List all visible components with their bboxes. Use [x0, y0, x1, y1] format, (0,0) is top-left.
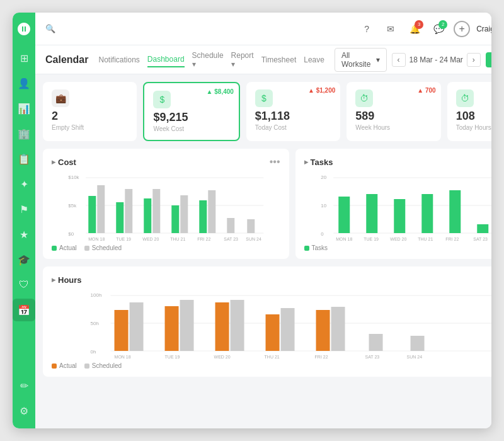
svg-text:20: 20 [321, 175, 326, 180]
help-icon[interactable]: ? [358, 20, 375, 38]
bell-icon[interactable]: 🔔 3 [406, 20, 423, 38]
hours-chart-legend: Actual Scheduled [52, 362, 491, 369]
nav-tabs: Notifications Dashboard Schedule ▾ Repor… [98, 49, 324, 71]
sidebar-item-grid[interactable]: ⊞ [13, 47, 35, 69]
tab-notifications[interactable]: Notifications [98, 53, 139, 67]
svg-text:MON 18: MON 18 [115, 355, 131, 359]
svg-text:0h: 0h [91, 349, 96, 355]
prev-date-button[interactable]: ‹ [392, 53, 406, 67]
bar-scheduled [152, 189, 160, 233]
header-controls: All Worksite ▾ ‹ 18 Mar - 24 Mar › +Acid… [335, 48, 491, 72]
svg-text:$0: $0 [68, 231, 74, 237]
svg-text:SAT 23: SAT 23 [224, 237, 238, 241]
legend-tasks-label: Tasks [312, 244, 328, 251]
bar-actual [115, 310, 129, 351]
worksite-select[interactable]: All Worksite ▾ [335, 48, 387, 72]
legend-dot-green [52, 246, 57, 251]
stat-today-cost: ▲ $1,200 $ $1,118 Today Cost [246, 82, 340, 141]
legend-actual: Actual [52, 244, 77, 251]
legend-dot-green [304, 246, 309, 251]
hours-chart-header: Hours ••• [52, 274, 491, 285]
stat-today-hours: ▲ 100 ⏱ 108 Today Hours [447, 82, 491, 141]
page-header: Calendar Notifications Dashboard Schedul… [35, 45, 491, 74]
legend-scheduled: Scheduled [84, 362, 122, 369]
legend-tasks: Tasks [304, 244, 328, 251]
next-date-button[interactable]: › [467, 53, 481, 67]
hours-chart-svg: 100h 50h 0h [52, 290, 491, 360]
tasks-chart-legend: Tasks [304, 244, 491, 251]
sidebar-item-building[interactable]: 🏢 [13, 122, 35, 145]
sidebar-item-grad[interactable]: 🎓 [13, 248, 35, 271]
svg-text:50h: 50h [91, 321, 99, 326]
search-box: 🔍 [45, 24, 55, 33]
mail-icon[interactable]: ✉ [382, 20, 399, 38]
svg-text:WED 20: WED 20 [214, 355, 231, 359]
sidebar-item-star[interactable]: ★ [13, 223, 35, 246]
notification-badge: 3 [415, 20, 423, 29]
legend-dot-gray [84, 246, 89, 251]
bar-actual [316, 310, 330, 351]
bar-scheduled [369, 334, 383, 351]
date-range: 18 Mar - 24 Mar [410, 55, 463, 64]
tab-dashboard[interactable]: Dashboard [147, 52, 185, 67]
svg-text:SAT 23: SAT 23 [473, 237, 488, 241]
svg-text:FRI 22: FRI 22 [197, 237, 210, 241]
stat-value: 108 [456, 110, 491, 123]
sidebar: ⊞ 👤 📊 🏢 📋 ✦ ⚑ ★ 🎓 🛡 📅 ✏ ⚙ [13, 13, 35, 428]
legend-dot-orange [52, 364, 57, 369]
svg-text:$10k: $10k [68, 175, 79, 180]
tab-report[interactable]: Report ▾ [231, 49, 254, 71]
sidebar-item-settings[interactable]: ⚙ [13, 399, 35, 422]
stat-label: Today Cost [255, 124, 331, 131]
sidebar-item-calendar[interactable]: 📅 [13, 299, 35, 321]
tab-leave[interactable]: Leave [304, 53, 324, 67]
bar-actual [266, 314, 280, 351]
bar-scheduled [208, 190, 215, 233]
sidebar-item-user[interactable]: 👤 [13, 72, 35, 94]
svg-text:TUE 19: TUE 19 [364, 237, 379, 241]
tab-timesheet[interactable]: Timesheet [261, 53, 297, 67]
svg-text:TUE 19: TUE 19 [116, 237, 131, 241]
topbar: 🔍 ? ✉ 🔔 3 💬 2 + Craig Wade 🧑 [35, 13, 491, 45]
stat-badge: ▲ $8,400 [207, 88, 234, 95]
cost-chart-area: $10k $5k $0 [52, 173, 280, 242]
tab-schedule[interactable]: Schedule ▾ [192, 49, 224, 71]
sidebar-item-shield[interactable]: 🛡 [13, 273, 35, 296]
stat-badge: ▲ $1,200 [308, 87, 335, 94]
clock-icon: ⏱ [456, 89, 474, 107]
hours-chart-card: Hours ••• 100h 50h 0h [43, 266, 491, 377]
bar-scheduled [227, 218, 234, 233]
sidebar-item-staroutline[interactable]: ✦ [13, 173, 35, 195]
bar-scheduled [97, 185, 105, 233]
svg-text:WED 20: WED 20 [142, 237, 159, 241]
sidebar-item-clipboard[interactable]: 📋 [13, 147, 35, 170]
clock-icon: ⏱ [355, 89, 373, 107]
svg-text:THU 21: THU 21 [418, 237, 433, 241]
bar-scheduled [180, 195, 188, 233]
chat-icon[interactable]: 💬 2 [430, 20, 447, 38]
sidebar-item-chart[interactable]: 📊 [13, 97, 35, 120]
topbar-icons: ? ✉ 🔔 3 💬 2 + Craig Wade 🧑 [358, 20, 491, 38]
tasks-chart-header: Tasks ••• [304, 156, 491, 168]
bar-scheduled [231, 300, 244, 351]
cost-chart-more[interactable]: ••• [270, 156, 280, 168]
bar-actual [199, 200, 207, 233]
svg-text:FRI 22: FRI 22 [445, 237, 459, 241]
tasks-chart-area: 20 10 0 [304, 173, 491, 242]
sidebar-item-edit[interactable]: ✏ [13, 374, 35, 397]
search-icon: 🔍 [45, 24, 55, 33]
stat-week-cost: ▲ $8,400 $ $9,215 Week Cost [143, 82, 239, 141]
date-navigation: ‹ 18 Mar - 24 Mar › [392, 53, 481, 67]
svg-text:THU 21: THU 21 [170, 237, 185, 241]
content-area: 💼 2 Empty Shift ▲ $8,400 $ $9,215 Week C… [35, 74, 491, 428]
stat-badge: ▲ 700 [417, 87, 435, 94]
add-acid-button[interactable]: +Acid [486, 52, 491, 67]
svg-text:WED 20: WED 20 [390, 237, 406, 241]
user-profile[interactable]: Craig Wade 🧑 [476, 20, 491, 38]
legend-actual: Actual [52, 362, 77, 369]
add-button[interactable]: + [454, 21, 470, 37]
bar-actual [88, 196, 96, 233]
hours-chart-area: 100h 50h 0h [52, 290, 491, 360]
sidebar-item-flag[interactable]: ⚑ [13, 198, 35, 220]
bar-scheduled [180, 300, 194, 351]
